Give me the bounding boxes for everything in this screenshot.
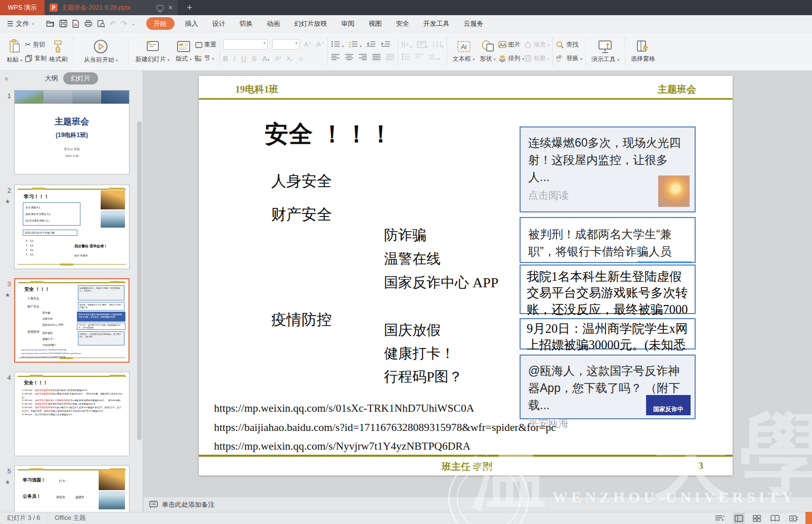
align-justify-button[interactable] xyxy=(372,53,381,62)
notes-bar[interactable]: 单击此处添加备注 xyxy=(144,497,812,512)
sub-anti-fraud-app[interactable]: 国家反诈中心 APP xyxy=(384,273,498,292)
para-before-button[interactable] xyxy=(415,53,424,62)
news-card-prostitution-scam[interactable]: 9月20日：温州商学院学生x网上招嫖被骗30000元。(未知悉验真) xyxy=(520,318,696,350)
save-icon[interactable] xyxy=(59,20,67,27)
link-weixin-1[interactable]: https://mp.weixin.qq.com/s/01sXc-TRK1NhD… xyxy=(214,402,474,415)
find-button[interactable]: 查找 xyxy=(556,39,582,50)
align-right-button[interactable] xyxy=(358,53,367,62)
columns-button[interactable]: ▾ xyxy=(433,41,444,50)
distribute-button[interactable] xyxy=(386,53,395,62)
slide-2-thumbnail[interactable]: 学习！！！ 学业 困难 6人 连续 两次学业警告 2人 2次学业警告风险 1人 … xyxy=(14,185,130,269)
news-card-explosion[interactable]: 连续爆燃60多次，现场火光四射！这段屋内监控，让很多人... 点击阅读 xyxy=(520,126,696,212)
text-direction-button[interactable]: A▾ xyxy=(401,41,412,50)
sub-health-checkin[interactable]: 健康打卡！ xyxy=(384,344,455,363)
bullet-personal-safety[interactable]: 人身安全 xyxy=(271,171,332,192)
bullet-list-button[interactable]: ▾ xyxy=(331,40,344,50)
slide-5-thumbnail[interactable]: 学习强国！ 打卡： 公务员！ 研招生 选调生： xyxy=(14,465,130,512)
align-text-top-button[interactable]: ▾ xyxy=(417,41,428,50)
clear-format-button[interactable]: ◇ xyxy=(298,55,303,62)
slide-canvas[interactable]: 19电科1班 主题班会 安全 ！！！ 人身安全 财产安全 防诈骗 温警在线 国家… xyxy=(199,76,733,475)
line-spacing-button[interactable] xyxy=(401,53,410,62)
close-tab-icon[interactable]: ✕ xyxy=(168,4,173,11)
tab-slides[interactable]: 幻灯片 xyxy=(63,72,98,84)
section-button[interactable]: 节 ▾ xyxy=(194,53,217,63)
picture-button[interactable]: 图片 xyxy=(498,39,524,50)
bullet-property-safety[interactable]: 财产安全 xyxy=(271,204,332,225)
shapes-button[interactable]: 形状 ▾ xyxy=(477,35,498,68)
tab-outline[interactable]: 大纲 xyxy=(45,74,58,83)
font-color-button[interactable]: A▾ xyxy=(262,55,269,63)
play-from-current-button[interactable]: 从当前开始 ▾ xyxy=(76,35,125,68)
link-weixin-2[interactable]: https://mp.weixin.qq.com/s/Nyvjrw7t1Y4yz… xyxy=(214,440,471,453)
italic-button[interactable]: I xyxy=(234,55,236,63)
link-baijiahao[interactable]: https://baijiahao.baidu.com/s?id=1711676… xyxy=(214,421,556,434)
normal-view-button[interactable] xyxy=(733,513,745,524)
tab-review[interactable]: 审阅 xyxy=(334,15,362,32)
redo-icon[interactable]: ↷ xyxy=(120,19,127,28)
slide-4-thumbnail[interactable]: 安全！！！ ① 9月16日，温州大学教育学院学生使用微信小程序兼职被骗380元。… xyxy=(14,372,130,456)
tab-cloud[interactable]: 云服务 xyxy=(457,15,491,32)
news-card-game-scam[interactable]: 我院1名本科生新生登陆虚假交易平台交易游戏账号多次转账，还没反应，最终被骗700… xyxy=(520,265,696,314)
increase-font-button[interactable]: A⁺ xyxy=(304,40,312,48)
sub-police-online[interactable]: 温警在线 xyxy=(384,249,441,269)
new-tab-button[interactable]: + xyxy=(179,0,200,15)
slide-title[interactable]: 安全 ！！！ xyxy=(265,118,393,150)
numbered-list-button[interactable]: ▾ xyxy=(349,40,362,50)
export-pdf-icon[interactable] xyxy=(72,20,79,28)
theme-name[interactable]: Office 主题 xyxy=(48,512,93,524)
present-monitor-icon[interactable] xyxy=(157,5,163,11)
notes-toggle-button[interactable] xyxy=(713,513,726,524)
reading-view-button[interactable] xyxy=(769,513,781,524)
sidebar-scrollbar[interactable] xyxy=(137,121,142,440)
slide-sorter-view-button[interactable] xyxy=(751,513,762,524)
decrease-indent-button[interactable] xyxy=(366,40,376,50)
print-preview-icon[interactable] xyxy=(97,20,105,28)
slide-1-thumbnail[interactable]: 主题班会 (19电科1班) 班主任 李刚 2021.9.28 xyxy=(14,90,130,174)
tab-animation[interactable]: 动画 xyxy=(260,15,287,32)
align-left-button[interactable] xyxy=(331,53,340,62)
font-name-select[interactable] xyxy=(223,39,268,50)
selection-pane-button[interactable]: 选择窗格 xyxy=(628,35,658,68)
tab-security[interactable]: 安全 xyxy=(389,15,416,32)
underline-button[interactable]: U xyxy=(241,55,246,63)
sub-anti-fraud[interactable]: 防诈骗 xyxy=(384,226,426,245)
tab-slideshow[interactable]: 幻灯片放映 xyxy=(287,15,334,32)
open-file-icon[interactable] xyxy=(46,20,55,27)
superscript-button[interactable]: X² xyxy=(275,55,281,62)
reset-button[interactable]: 重置 xyxy=(194,39,217,50)
sub-travel-code[interactable]: 行程码P图？ xyxy=(384,367,463,386)
sub-national-holiday[interactable]: 国庆放假 xyxy=(384,321,441,340)
tab-design[interactable]: 设计 xyxy=(205,15,233,32)
file-menu-button[interactable]: ☰ 文件 ˅ xyxy=(0,19,41,28)
slideshow-view-button[interactable] xyxy=(788,513,800,524)
presentation-tools-button[interactable]: 演示工具 ▾ xyxy=(589,35,622,68)
wps-app-button[interactable]: WPS 演示 xyxy=(0,0,45,15)
align-center-button[interactable] xyxy=(345,53,354,62)
news-card-antifraud-app[interactable]: @瓯海人，这款国字号反诈神器App，您下载了吗？ （附下载... 平安瓯海 国家… xyxy=(520,355,696,419)
font-size-select[interactable] xyxy=(272,39,300,50)
replace-button[interactable]: AB 替换 ▾ xyxy=(556,53,582,63)
news-card-sentenced[interactable]: 被判刑！成都两名大学生“兼职”，将银行卡借给诈骗人员 xyxy=(520,217,696,263)
tab-transition[interactable]: 切换 xyxy=(233,15,260,32)
customize-toolbar-caret-icon[interactable]: ⌄ xyxy=(132,21,136,26)
textbox-button[interactable]: A 文本框 ▾ xyxy=(450,35,477,68)
undo-icon[interactable]: ↶ xyxy=(110,19,116,28)
copy-button[interactable]: 复制 xyxy=(25,53,47,63)
collapse-panel-button[interactable]: « xyxy=(5,74,9,82)
paste-button[interactable]: 粘贴 ▾ xyxy=(4,35,25,68)
outline-button[interactable]: 轮廓 ▾ xyxy=(524,53,549,63)
slide-3-thumbnail[interactable]: 安全 ！！！ 人身安全 财产安全 防诈骗 温警在线 国家反诈中心 APP 疫情防… xyxy=(14,278,130,363)
decrease-font-button[interactable]: A⁻ xyxy=(316,40,324,48)
strikethrough-button[interactable]: S xyxy=(252,55,257,63)
subscript-button[interactable]: X₂ xyxy=(286,55,293,62)
arrange-button[interactable]: 排列 ▾ xyxy=(498,53,524,63)
para-after-button[interactable]: ▾ xyxy=(429,53,440,62)
print-icon[interactable] xyxy=(84,20,93,27)
tab-devtools[interactable]: 开发工具 xyxy=(416,15,457,32)
play-button-partial[interactable] xyxy=(805,512,812,524)
layout-button[interactable]: 版式 ▾ xyxy=(173,35,194,68)
tab-home[interactable]: 开始 xyxy=(146,17,175,30)
cut-button[interactable]: ✂ 剪切 xyxy=(25,39,47,50)
tab-view[interactable]: 视图 xyxy=(362,15,389,32)
document-tab[interactable]: P 主题班会-2021.9.28.pptx ✕ xyxy=(45,0,179,15)
